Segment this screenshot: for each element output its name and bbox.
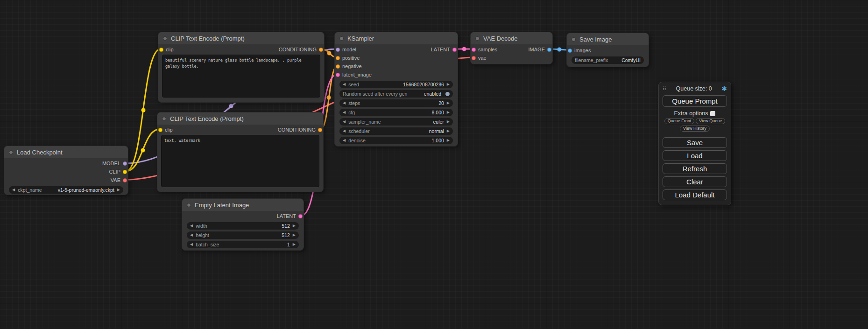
input-slot-vae[interactable]: vae <box>472 55 487 61</box>
input-dot-samples[interactable] <box>472 48 476 52</box>
batch-size-widget[interactable]: ◀ batch_size 1 ▶ <box>187 241 299 248</box>
increment-icon[interactable]: ▶ <box>447 83 450 86</box>
view-queue-button[interactable]: View Queue <box>696 118 725 124</box>
decrement-icon[interactable]: ◀ <box>190 243 193 246</box>
input-slot-images[interactable]: images <box>568 48 591 53</box>
increment-icon[interactable]: ▶ <box>447 139 450 142</box>
output-dot-image[interactable] <box>547 48 551 52</box>
output-dot-conditioning[interactable] <box>319 48 323 52</box>
decrement-icon[interactable]: ◀ <box>343 120 346 124</box>
input-dot-clip[interactable] <box>159 48 163 52</box>
decrement-icon[interactable]: ◀ <box>343 129 346 133</box>
output-slot-vae[interactable]: VAE <box>111 177 127 183</box>
decrement-icon[interactable]: ◀ <box>343 111 346 114</box>
input-dot-images[interactable] <box>568 49 572 53</box>
output-slot-conditioning[interactable]: CONDITIONING <box>279 47 323 52</box>
input-dot-negative[interactable] <box>336 64 340 69</box>
input-dot-clip[interactable] <box>158 128 162 132</box>
node-vae-decode[interactable]: VAE Decode samples IMAGE vae <box>470 32 553 64</box>
increment-icon[interactable]: ▶ <box>293 233 296 237</box>
input-slot-latent-image[interactable]: latent_image <box>336 72 372 77</box>
output-slot-conditioning[interactable]: CONDITIONING <box>278 127 322 133</box>
view-history-button[interactable]: View History <box>680 126 710 132</box>
increment-icon[interactable]: ▶ <box>447 111 450 114</box>
collapse-dot[interactable] <box>572 37 576 42</box>
increment-icon[interactable]: ▶ <box>117 188 120 192</box>
decrement-icon[interactable]: ◀ <box>343 139 346 142</box>
cfg-widget[interactable]: ◀ cfg 8.000 ▶ <box>339 109 453 116</box>
decrement-icon[interactable]: ◀ <box>343 83 346 86</box>
output-dot-latent[interactable] <box>298 214 303 218</box>
output-dot-latent[interactable] <box>452 48 457 52</box>
sampler-name-widget[interactable]: ◀ sampler_name euler ▶ <box>339 118 453 126</box>
settings-gear-icon[interactable]: ✱ <box>721 85 727 92</box>
node-title-bar[interactable]: VAE Decode <box>471 32 552 44</box>
input-slot-positive[interactable]: positive <box>336 55 360 61</box>
output-slot-model[interactable]: MODEL <box>102 161 127 166</box>
increment-icon[interactable]: ▶ <box>447 101 450 105</box>
input-slot-clip[interactable]: clip <box>158 127 173 133</box>
node-ksampler[interactable]: KSampler model LATENT positive negative <box>334 32 458 147</box>
output-dot-model[interactable] <box>123 161 127 166</box>
input-dot-vae[interactable] <box>472 56 476 60</box>
load-button[interactable]: Load <box>663 150 727 161</box>
decrement-icon[interactable]: ◀ <box>343 101 346 105</box>
collapse-dot[interactable] <box>339 36 344 41</box>
input-slot-clip[interactable]: clip <box>159 47 174 52</box>
node-title-bar[interactable]: KSampler <box>335 32 458 44</box>
height-widget[interactable]: ◀ height 512 ▶ <box>187 231 299 239</box>
input-slot-negative[interactable]: negative <box>336 63 362 69</box>
positive-prompt-textarea[interactable]: beautiful scenery nature glass bottle la… <box>162 55 320 98</box>
scheduler-widget[interactable]: ◀ scheduler normal ▶ <box>339 127 453 135</box>
decrement-icon[interactable]: ◀ <box>190 224 193 228</box>
collapse-dot[interactable] <box>187 203 191 207</box>
width-widget[interactable]: ◀ width 512 ▶ <box>187 222 299 230</box>
collapse-dot[interactable] <box>163 36 167 41</box>
random-seed-toggle[interactable] <box>445 92 450 96</box>
refresh-button[interactable]: Refresh <box>663 163 727 174</box>
node-clip-text-encode-negative[interactable]: CLIP Text Encode (Prompt) clip CONDITION… <box>157 112 324 192</box>
decrement-icon[interactable]: ◀ <box>12 188 15 192</box>
clear-button[interactable]: Clear <box>663 176 727 187</box>
node-clip-text-encode-positive[interactable]: CLIP Text Encode (Prompt) clip CONDITION… <box>158 32 325 103</box>
output-slot-clip[interactable]: CLIP <box>109 169 127 175</box>
queue-prompt-button[interactable]: Queue Prompt <box>663 95 727 107</box>
input-slot-model[interactable]: model <box>336 47 356 52</box>
output-slot-latent[interactable]: LATENT <box>431 47 457 52</box>
node-empty-latent-image[interactable]: Empty Latent Image LATENT ◀ width 512 ▶ … <box>182 198 304 251</box>
node-title-bar[interactable]: CLIP Text Encode (Prompt) <box>157 112 323 125</box>
queue-panel[interactable]: ⠿ Queue size: 0 ✱ Queue Prompt Extra opt… <box>658 82 731 205</box>
collapse-dot[interactable] <box>9 150 13 154</box>
output-dot-clip[interactable] <box>123 170 127 174</box>
output-dot-conditioning[interactable] <box>318 128 322 132</box>
load-default-button[interactable]: Load Default <box>663 189 727 200</box>
queue-front-button[interactable]: Queue Front <box>664 118 695 124</box>
decrement-icon[interactable]: ◀ <box>190 233 193 237</box>
node-title-bar[interactable]: Load Checkpoint <box>4 146 128 158</box>
seed-widget[interactable]: ◀ seed 156680208700286 ▶ <box>339 81 453 88</box>
node-title-bar[interactable]: Empty Latent Image <box>182 199 303 211</box>
input-dot-model[interactable] <box>336 48 340 52</box>
output-slot-latent[interactable]: LATENT <box>277 213 303 219</box>
steps-widget[interactable]: ◀ steps 20 ▶ <box>339 99 453 107</box>
comfyui-canvas[interactable]: { "icons": { "left_arrow": "◀", "right_a… <box>0 0 868 329</box>
denoise-widget[interactable]: ◀ denoise 1.000 ▶ <box>339 137 453 144</box>
input-dot-latent-image[interactable] <box>336 73 340 77</box>
collapse-dot[interactable] <box>162 117 166 121</box>
increment-icon[interactable]: ▶ <box>293 224 296 228</box>
negative-prompt-textarea[interactable]: text, watermark <box>161 135 319 187</box>
node-title-bar[interactable]: Save Image <box>567 33 649 45</box>
input-slot-samples[interactable]: samples <box>472 47 497 52</box>
node-save-image[interactable]: Save Image images filename_prefix ComfyU… <box>566 33 649 67</box>
node-load-checkpoint[interactable]: Load Checkpoint MODEL CLIP VAE ◀ ckpt_na… <box>4 146 128 195</box>
increment-icon[interactable]: ▶ <box>447 129 450 133</box>
input-dot-positive[interactable] <box>336 56 340 60</box>
node-title-bar[interactable]: CLIP Text Encode (Prompt) <box>158 32 324 44</box>
random-seed-widget[interactable]: Random seed after every gen enabled <box>339 90 453 98</box>
output-dot-vae[interactable] <box>123 178 127 182</box>
drag-handle-icon[interactable]: ⠿ <box>663 86 666 92</box>
filename-prefix-widget[interactable]: filename_prefix ComfyUI <box>572 56 644 64</box>
ckpt-name-widget[interactable]: ◀ ckpt_name v1-5-pruned-emaonly.ckpt ▶ <box>9 186 123 194</box>
increment-icon[interactable]: ▶ <box>447 120 450 124</box>
increment-icon[interactable]: ▶ <box>293 243 296 246</box>
